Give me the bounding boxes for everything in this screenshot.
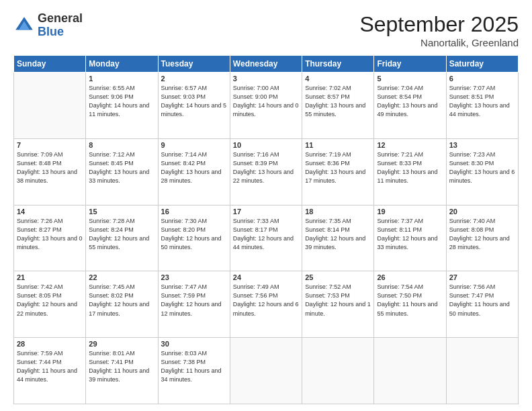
- day-info: Sunrise: 7:56 AMSunset: 7:47 PMDaylight:…: [449, 283, 515, 318]
- day-number: 5: [377, 75, 443, 83]
- day-number: 25: [305, 273, 371, 281]
- calendar-cell: 30Sunrise: 8:03 AMSunset: 7:38 PMDayligh…: [158, 338, 230, 404]
- day-number: 8: [89, 141, 154, 149]
- logo-text: General Blue: [38, 12, 83, 39]
- month-title: September 2025: [359, 12, 519, 37]
- calendar-table: SundayMondayTuesdayWednesdayThursdayFrid…: [13, 55, 519, 404]
- calendar-cell: 11Sunrise: 7:19 AMSunset: 8:36 PMDayligh…: [302, 138, 374, 205]
- day-number: 13: [449, 141, 515, 149]
- calendar-body: 1Sunrise: 6:55 AMSunset: 9:06 PMDaylight…: [14, 73, 519, 404]
- logo-icon: [13, 15, 35, 36]
- day-info: Sunrise: 7:09 AMSunset: 8:48 PMDaylight:…: [17, 150, 83, 185]
- weekday-header: Friday: [374, 56, 446, 73]
- day-info: Sunrise: 7:35 AMSunset: 8:14 PMDaylight:…: [305, 217, 371, 252]
- calendar-cell: [446, 338, 518, 404]
- day-info: Sunrise: 7:19 AMSunset: 8:36 PMDaylight:…: [305, 150, 371, 185]
- calendar-cell: 8Sunrise: 7:12 AMSunset: 8:45 PMDaylight…: [86, 138, 158, 205]
- day-info: Sunrise: 7:42 AMSunset: 8:05 PMDaylight:…: [17, 283, 83, 318]
- calendar-cell: 13Sunrise: 7:23 AMSunset: 8:30 PMDayligh…: [446, 138, 518, 205]
- day-number: 20: [449, 208, 515, 216]
- weekday-header: Tuesday: [158, 56, 230, 73]
- calendar-cell: 27Sunrise: 7:56 AMSunset: 7:47 PMDayligh…: [446, 271, 518, 338]
- day-number: 3: [233, 75, 299, 83]
- calendar-cell: 26Sunrise: 7:54 AMSunset: 7:50 PMDayligh…: [374, 271, 446, 338]
- calendar-cell: 28Sunrise: 7:59 AMSunset: 7:44 PMDayligh…: [14, 338, 86, 404]
- day-number: 16: [161, 208, 227, 216]
- calendar-cell: 3Sunrise: 7:00 AMSunset: 9:00 PMDaylight…: [230, 73, 302, 139]
- day-number: 17: [233, 208, 299, 216]
- calendar-cell: 9Sunrise: 7:14 AMSunset: 8:42 PMDaylight…: [158, 138, 230, 205]
- calendar-cell: 29Sunrise: 8:01 AMSunset: 7:41 PMDayligh…: [86, 338, 158, 404]
- day-number: 1: [89, 75, 154, 83]
- day-number: 29: [89, 340, 154, 348]
- calendar-cell: 4Sunrise: 7:02 AMSunset: 8:57 PMDaylight…: [302, 73, 374, 139]
- day-number: 15: [89, 208, 154, 216]
- weekday-header: Monday: [86, 56, 158, 73]
- day-info: Sunrise: 7:45 AMSunset: 8:02 PMDaylight:…: [89, 283, 154, 318]
- calendar-week-row: 14Sunrise: 7:26 AMSunset: 8:27 PMDayligh…: [14, 205, 519, 271]
- day-info: Sunrise: 7:37 AMSunset: 8:11 PMDaylight:…: [377, 217, 443, 252]
- calendar-cell: 14Sunrise: 7:26 AMSunset: 8:27 PMDayligh…: [14, 205, 86, 271]
- day-info: Sunrise: 7:52 AMSunset: 7:53 PMDaylight:…: [305, 283, 371, 318]
- logo-general: General: [38, 11, 83, 25]
- calendar-header: SundayMondayTuesdayWednesdayThursdayFrid…: [14, 56, 519, 73]
- calendar-week-row: 21Sunrise: 7:42 AMSunset: 8:05 PMDayligh…: [14, 271, 519, 338]
- calendar-cell: 19Sunrise: 7:37 AMSunset: 8:11 PMDayligh…: [374, 205, 446, 271]
- day-info: Sunrise: 7:16 AMSunset: 8:39 PMDaylight:…: [233, 150, 299, 185]
- day-info: Sunrise: 7:14 AMSunset: 8:42 PMDaylight:…: [161, 150, 227, 185]
- calendar-cell: 17Sunrise: 7:33 AMSunset: 8:17 PMDayligh…: [230, 205, 302, 271]
- calendar-cell: 6Sunrise: 7:07 AMSunset: 8:51 PMDaylight…: [446, 73, 518, 139]
- day-number: 28: [17, 340, 83, 348]
- day-info: Sunrise: 7:00 AMSunset: 9:00 PMDaylight:…: [233, 84, 299, 119]
- calendar-cell: 2Sunrise: 6:57 AMSunset: 9:03 PMDaylight…: [158, 73, 230, 139]
- day-info: Sunrise: 7:33 AMSunset: 8:17 PMDaylight:…: [233, 217, 299, 252]
- day-number: 19: [377, 208, 443, 216]
- day-info: Sunrise: 7:54 AMSunset: 7:50 PMDaylight:…: [377, 283, 443, 318]
- day-number: 10: [233, 141, 299, 149]
- day-info: Sunrise: 7:07 AMSunset: 8:51 PMDaylight:…: [449, 84, 515, 119]
- day-number: 26: [377, 273, 443, 281]
- calendar-cell: [374, 338, 446, 404]
- day-info: Sunrise: 7:02 AMSunset: 8:57 PMDaylight:…: [305, 84, 371, 119]
- weekday-row: SundayMondayTuesdayWednesdayThursdayFrid…: [14, 56, 519, 73]
- day-number: 2: [161, 75, 227, 83]
- day-number: 22: [89, 273, 154, 281]
- logo: General Blue: [13, 12, 83, 39]
- day-number: 6: [449, 75, 515, 83]
- calendar-week-row: 28Sunrise: 7:59 AMSunset: 7:44 PMDayligh…: [14, 338, 519, 404]
- weekday-header: Wednesday: [230, 56, 302, 73]
- page: General Blue September 2025 Nanortalik, …: [0, 0, 532, 411]
- calendar-cell: [14, 73, 86, 139]
- day-number: 7: [17, 141, 83, 149]
- day-info: Sunrise: 8:01 AMSunset: 7:41 PMDaylight:…: [89, 349, 154, 384]
- day-number: 21: [17, 273, 83, 281]
- day-info: Sunrise: 7:49 AMSunset: 7:56 PMDaylight:…: [233, 283, 299, 318]
- calendar-cell: 23Sunrise: 7:47 AMSunset: 7:59 PMDayligh…: [158, 271, 230, 338]
- day-number: 30: [161, 340, 227, 348]
- calendar-cell: 21Sunrise: 7:42 AMSunset: 8:05 PMDayligh…: [14, 271, 86, 338]
- location: Nanortalik, Greenland: [359, 37, 519, 48]
- day-info: Sunrise: 7:28 AMSunset: 8:24 PMDaylight:…: [89, 217, 154, 252]
- calendar-week-row: 7Sunrise: 7:09 AMSunset: 8:48 PMDaylight…: [14, 138, 519, 205]
- day-info: Sunrise: 7:21 AMSunset: 8:33 PMDaylight:…: [377, 150, 443, 185]
- calendar-cell: 25Sunrise: 7:52 AMSunset: 7:53 PMDayligh…: [302, 271, 374, 338]
- day-info: Sunrise: 7:23 AMSunset: 8:30 PMDaylight:…: [449, 150, 515, 185]
- calendar-cell: 5Sunrise: 7:04 AMSunset: 8:54 PMDaylight…: [374, 73, 446, 139]
- logo-blue: Blue: [38, 25, 64, 38]
- weekday-header: Sunday: [14, 56, 86, 73]
- day-number: 14: [17, 208, 83, 216]
- day-info: Sunrise: 7:30 AMSunset: 8:20 PMDaylight:…: [161, 217, 227, 252]
- calendar-cell: 20Sunrise: 7:40 AMSunset: 8:08 PMDayligh…: [446, 205, 518, 271]
- day-info: Sunrise: 6:55 AMSunset: 9:06 PMDaylight:…: [89, 84, 154, 119]
- calendar-cell: 10Sunrise: 7:16 AMSunset: 8:39 PMDayligh…: [230, 138, 302, 205]
- day-number: 24: [233, 273, 299, 281]
- calendar-cell: 7Sunrise: 7:09 AMSunset: 8:48 PMDaylight…: [14, 138, 86, 205]
- day-number: 12: [377, 141, 443, 149]
- day-info: Sunrise: 6:57 AMSunset: 9:03 PMDaylight:…: [161, 84, 227, 119]
- calendar-cell: 16Sunrise: 7:30 AMSunset: 8:20 PMDayligh…: [158, 205, 230, 271]
- calendar-cell: 1Sunrise: 6:55 AMSunset: 9:06 PMDaylight…: [86, 73, 158, 139]
- calendar-cell: 18Sunrise: 7:35 AMSunset: 8:14 PMDayligh…: [302, 205, 374, 271]
- day-info: Sunrise: 7:26 AMSunset: 8:27 PMDaylight:…: [17, 217, 83, 252]
- calendar-cell: [230, 338, 302, 404]
- day-number: 4: [305, 75, 371, 83]
